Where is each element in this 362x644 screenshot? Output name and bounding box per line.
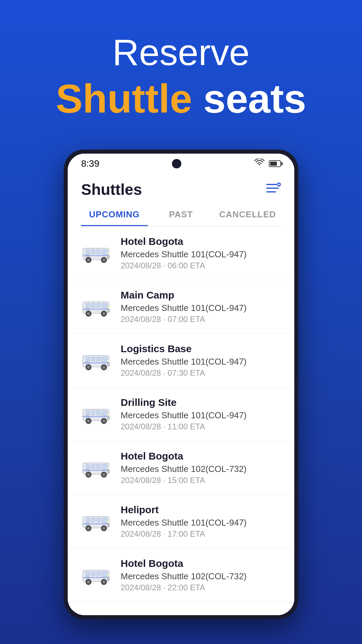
svg-point-29 <box>103 312 105 315</box>
svg-rect-85 <box>102 572 107 577</box>
shuttle-destination: Drilling Site <box>121 397 281 408</box>
shuttle-destination: Heliport <box>121 504 281 516</box>
svg-rect-64 <box>83 470 109 471</box>
svg-rect-47 <box>86 411 90 415</box>
svg-rect-31 <box>107 306 109 308</box>
shuttle-vehicle: Mercedes Shuttle 102(COL-732) <box>121 464 281 474</box>
svg-rect-35 <box>91 357 95 361</box>
shuttle-vehicle: Mercedes Shuttle 101(COL-947) <box>121 410 281 421</box>
svg-rect-43 <box>107 363 110 366</box>
svg-rect-51 <box>83 416 109 417</box>
svg-rect-23 <box>97 303 101 308</box>
shuttle-item[interactable]: Drilling Site Mercedes Shuttle 101(COL-9… <box>68 387 294 441</box>
shuttle-time: 2024/08/28 · 11:00 ETA <box>121 422 281 431</box>
svg-rect-25 <box>83 309 109 310</box>
tab-cancelled[interactable]: CANCELLED <box>214 204 281 226</box>
svg-rect-86 <box>86 572 90 576</box>
shuttle-vehicle: Mercedes Shuttle 101(COL-947) <box>121 249 281 260</box>
app-title: Shuttles <box>81 180 142 199</box>
svg-point-68 <box>103 473 105 476</box>
svg-rect-56 <box>107 417 110 419</box>
svg-rect-75 <box>97 518 101 522</box>
app-header: Shuttles UPCOMING PAST CANCELLED <box>68 174 294 226</box>
svg-point-79 <box>87 527 90 530</box>
svg-point-16 <box>103 259 105 261</box>
shuttle-item[interactable]: Hotel Bogota Mercedes Shuttle 102(COL-73… <box>68 548 294 602</box>
hero-line2: Shuttle seats <box>56 74 306 123</box>
bus-icon <box>81 242 111 264</box>
tab-past[interactable]: PAST <box>148 204 215 226</box>
shuttle-info: Logistics Base Mercedes Shuttle 101(COL-… <box>121 343 281 378</box>
shuttle-item[interactable]: Hotel Bogota Mercedes Shuttle 102(COL-73… <box>68 441 294 495</box>
phone-frame: 8:39 Shuttles <box>64 150 298 619</box>
svg-point-53 <box>87 420 90 422</box>
svg-rect-69 <box>107 470 110 473</box>
svg-point-94 <box>103 581 105 583</box>
svg-rect-95 <box>107 578 110 580</box>
battery-icon <box>269 160 281 167</box>
shuttle-time: 2024/08/28 · 07:30 ETA <box>121 368 281 378</box>
svg-point-92 <box>87 581 90 583</box>
wifi-icon <box>254 159 265 169</box>
svg-rect-77 <box>83 523 109 525</box>
svg-rect-61 <box>91 464 95 469</box>
svg-rect-59 <box>102 464 107 470</box>
shuttle-item[interactable]: Heliport Mercedes Shuttle 101(COL-947) 2… <box>68 495 294 548</box>
shuttle-vehicle: Mercedes Shuttle 102(COL-732) <box>121 571 281 582</box>
shuttle-destination: Hotel Bogota <box>121 450 281 462</box>
shuttle-vehicle: Mercedes Shuttle 101(COL-947) <box>121 518 281 528</box>
svg-rect-9 <box>91 250 95 254</box>
svg-rect-21 <box>86 303 90 308</box>
status-time: 8:39 <box>81 158 100 169</box>
svg-point-81 <box>103 527 105 530</box>
svg-point-27 <box>87 312 90 315</box>
bus-icon <box>81 296 111 318</box>
tab-upcoming[interactable]: UPCOMING <box>81 204 148 226</box>
shuttle-info: Hotel Bogota Mercedes Shuttle 101(COL-94… <box>121 236 281 270</box>
hero-section: Reserve Shuttle seats <box>56 30 306 123</box>
phone-screen: 8:39 Shuttles <box>68 154 294 615</box>
shuttle-item[interactable]: Main Camp Mercedes Shuttle 101(COL-947) … <box>68 280 294 334</box>
shuttle-item[interactable]: Hotel Bogota Mercedes Shuttle 101(COL-94… <box>68 226 294 280</box>
svg-rect-17 <box>107 256 110 258</box>
status-icons <box>254 159 281 169</box>
svg-rect-73 <box>86 518 90 522</box>
shuttle-item[interactable]: Logistics Base Mercedes Shuttle 101(COL-… <box>68 334 294 387</box>
svg-rect-72 <box>102 518 107 523</box>
svg-rect-20 <box>102 303 107 309</box>
svg-rect-62 <box>97 464 101 469</box>
svg-rect-10 <box>97 250 101 254</box>
shuttle-vehicle: Mercedes Shuttle 101(COL-947) <box>121 303 281 313</box>
svg-rect-30 <box>107 309 110 312</box>
svg-rect-83 <box>107 521 109 523</box>
svg-rect-88 <box>97 572 101 576</box>
svg-rect-34 <box>86 357 90 361</box>
svg-rect-74 <box>91 518 95 522</box>
svg-rect-46 <box>102 411 107 416</box>
svg-rect-22 <box>91 303 95 308</box>
tabs-row: UPCOMING PAST CANCELLED <box>81 204 281 226</box>
bus-icon <box>81 564 111 586</box>
svg-rect-33 <box>102 357 107 362</box>
svg-rect-60 <box>86 464 90 469</box>
shuttle-destination: Hotel Bogota <box>121 236 281 247</box>
svg-rect-90 <box>83 577 109 578</box>
shuttle-info: Heliport Mercedes Shuttle 101(COL-947) 2… <box>121 504 281 539</box>
svg-rect-48 <box>91 411 95 415</box>
shuttle-destination: Main Camp <box>121 289 281 301</box>
add-filter-icon[interactable] <box>266 182 281 197</box>
svg-rect-82 <box>107 524 110 527</box>
svg-rect-7 <box>102 250 107 255</box>
shuttle-destination: Hotel Bogota <box>121 558 281 569</box>
bus-icon <box>81 350 111 371</box>
hero-line1: Reserve <box>56 30 306 74</box>
svg-rect-18 <box>107 252 109 254</box>
svg-point-66 <box>87 473 90 476</box>
svg-point-40 <box>87 366 90 369</box>
bus-icon <box>81 403 111 425</box>
shuttle-time: 2024/08/28 · 07:00 ETA <box>121 315 281 324</box>
shuttle-time: 2024/08/28 · 22:00 ETA <box>121 583 281 592</box>
svg-point-42 <box>103 366 105 369</box>
camera-notch <box>172 159 181 168</box>
svg-point-55 <box>103 420 105 422</box>
